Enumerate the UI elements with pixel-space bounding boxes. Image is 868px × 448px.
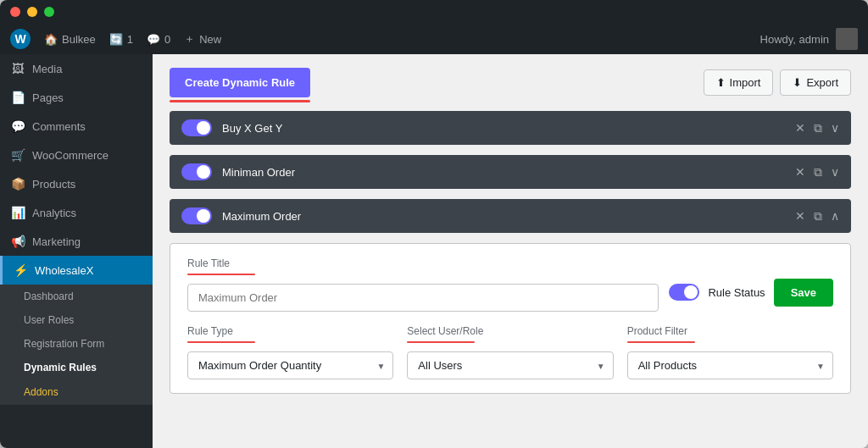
import-label: Import — [730, 76, 761, 89]
expand-icon-miniman-order[interactable]: ∨ — [831, 165, 839, 179]
site-name-item[interactable]: 🏠 Bulkee — [44, 33, 96, 46]
rule-type-underline — [187, 341, 255, 343]
main-layout: 🖼 Media 📄 Pages 💬 Comments 🛒 WooCommerce… — [0, 54, 868, 448]
product-filter-wrapper: All Products ▼ — [627, 351, 833, 379]
maximize-button[interactable] — [44, 7, 54, 17]
woocommerce-icon: 🛒 — [10, 147, 25, 163]
rule-row-buy-x-get-y: Buy X Get Y ✕ ⧉ ∨ — [170, 111, 851, 145]
analytics-icon: 📊 — [10, 205, 25, 220]
copy-icon-maximum-order[interactable]: ⧉ — [814, 209, 822, 224]
products-icon: 📦 — [10, 176, 25, 191]
select-user-underline — [407, 341, 475, 343]
delete-icon-miniman-order[interactable]: ✕ — [795, 165, 805, 179]
sidebar-addons[interactable]: Addons — [0, 379, 153, 405]
rule-type-select[interactable]: Maximum Order Quantity — [187, 351, 393, 379]
wordpress-icon[interactable]: W — [10, 29, 31, 49]
rule-row-miniman-order: Miniman Order ✕ ⧉ ∨ — [170, 155, 851, 189]
detail-section: Rule Title Rule Status Save Rule Type — [170, 243, 851, 394]
sidebar-label-woocommerce: WooCommerce — [32, 149, 108, 162]
updates-item[interactable]: 🔄 1 — [109, 33, 133, 46]
select-user-select[interactable]: All Users — [407, 351, 613, 379]
save-button[interactable]: Save — [774, 279, 833, 307]
create-button-wrapper: Create Dynamic Rule — [170, 68, 310, 97]
admin-avatar[interactable] — [836, 28, 858, 50]
app-window: W 🏠 Bulkee 🔄 1 💬 0 ＋ New Howdy, admin 🖼 … — [0, 0, 868, 448]
rule-title-input[interactable] — [187, 284, 659, 312]
sidebar-label-marketing: Marketing — [32, 235, 81, 248]
admin-bar-right: Howdy, admin — [760, 28, 858, 50]
rule-title-area: Rule Title — [187, 257, 659, 312]
rule-actions-maximum-order: ✕ ⧉ ∧ — [795, 209, 839, 224]
content-topbar: Create Dynamic Rule ⬆ Import ⬇ Export — [170, 68, 851, 97]
comments-count: 0 — [164, 33, 170, 46]
addons-label: Addons — [24, 386, 58, 398]
minimize-button[interactable] — [27, 7, 37, 17]
new-label: New — [199, 33, 221, 46]
new-item[interactable]: ＋ New — [184, 31, 221, 47]
titlebar — [0, 0, 868, 24]
sidebar-label-pages: Pages — [32, 91, 64, 104]
rule-label-maximum-order: Maximum Order — [222, 210, 785, 223]
import-button[interactable]: ⬆ Import — [704, 69, 774, 96]
sidebar-sub-user-roles[interactable]: User Roles — [0, 308, 153, 332]
sidebar-item-woocommerce[interactable]: 🛒 WooCommerce — [0, 141, 153, 169]
bottom-fields-row: Rule Type Maximum Order Quantity ▼ Selec… — [187, 325, 833, 379]
sidebar-label-analytics: Analytics — [32, 207, 76, 219]
close-button[interactable] — [10, 7, 20, 17]
sidebar-item-media[interactable]: 🖼 Media — [0, 54, 153, 83]
select-user-label: Select User/Role — [407, 325, 613, 337]
rule-status-area: Rule Status Save — [669, 263, 833, 307]
sidebar-item-comments[interactable]: 💬 Comments — [0, 112, 153, 141]
select-user-field: Select User/Role All Users ▼ — [407, 325, 613, 379]
sidebar-sub-dashboard[interactable]: Dashboard — [0, 285, 153, 308]
sidebar-sub-registration-form[interactable]: Registration Form — [0, 332, 153, 356]
sidebar: 🖼 Media 📄 Pages 💬 Comments 🛒 WooCommerce… — [0, 54, 153, 448]
dynamic-rules-label: Dynamic Rules — [24, 362, 97, 373]
create-underline — [170, 100, 310, 102]
create-dynamic-rule-button[interactable]: Create Dynamic Rule — [170, 68, 310, 97]
rule-title-underline — [187, 274, 255, 275]
sidebar-sub-dynamic-rules[interactable]: Dynamic Rules — [0, 356, 153, 379]
rule-status-toggle[interactable] — [669, 284, 699, 301]
rule-label-miniman-order: Miniman Order — [222, 166, 785, 179]
user-roles-label: User Roles — [24, 314, 74, 326]
home-icon: 🏠 — [44, 33, 58, 46]
pages-icon: 📄 — [10, 90, 25, 105]
updates-icon: 🔄 — [109, 33, 123, 46]
delete-icon-buy-x-get-y[interactable]: ✕ — [795, 121, 805, 135]
export-button[interactable]: ⬇ Export — [780, 69, 851, 96]
product-filter-underline — [627, 341, 695, 343]
sidebar-item-marketing[interactable]: 📢 Marketing — [0, 227, 153, 256]
comments-menu-icon: 💬 — [10, 119, 25, 134]
rule-title-row: Rule Title Rule Status Save — [187, 257, 833, 312]
expand-icon-buy-x-get-y[interactable]: ∨ — [831, 121, 839, 135]
delete-icon-maximum-order[interactable]: ✕ — [795, 209, 805, 223]
rule-row-maximum-order: Maximum Order ✕ ⧉ ∧ — [170, 199, 851, 233]
copy-icon-buy-x-get-y[interactable]: ⧉ — [814, 121, 822, 136]
sidebar-submenu: Dashboard User Roles Registration Form D… — [0, 285, 153, 405]
rule-toggle-miniman-order[interactable] — [181, 163, 212, 180]
rule-label-buy-x-get-y: Buy X Get Y — [222, 122, 785, 135]
rule-actions-miniman-order: ✕ ⧉ ∨ — [795, 165, 839, 180]
sidebar-item-wholesalex[interactable]: ⚡ WholesaleX — [0, 256, 153, 285]
rule-type-field: Rule Type Maximum Order Quantity ▼ — [187, 325, 393, 379]
rule-title-label: Rule Title — [187, 257, 659, 269]
comments-item[interactable]: 💬 0 — [147, 33, 170, 46]
product-filter-select[interactable]: All Products — [627, 351, 833, 379]
export-icon: ⬇ — [793, 76, 802, 89]
sidebar-item-pages[interactable]: 📄 Pages — [0, 83, 153, 112]
marketing-icon: 📢 — [10, 234, 25, 249]
collapse-icon-maximum-order[interactable]: ∧ — [831, 209, 839, 223]
admin-bar: W 🏠 Bulkee 🔄 1 💬 0 ＋ New Howdy, admin — [0, 24, 868, 54]
sidebar-item-analytics[interactable]: 📊 Analytics — [0, 198, 153, 227]
rule-toggle-maximum-order[interactable] — [181, 207, 212, 224]
comments-icon: 💬 — [147, 33, 160, 46]
rule-toggle-buy-x-get-y[interactable] — [181, 119, 212, 136]
export-label: Export — [806, 76, 838, 89]
sidebar-item-products[interactable]: 📦 Products — [0, 169, 153, 198]
product-filter-field: Product Filter All Products ▼ — [627, 325, 833, 379]
updates-count: 1 — [127, 33, 133, 46]
sidebar-label-comments: Comments — [32, 120, 86, 133]
copy-icon-miniman-order[interactable]: ⧉ — [814, 165, 822, 180]
media-icon: 🖼 — [10, 61, 25, 76]
